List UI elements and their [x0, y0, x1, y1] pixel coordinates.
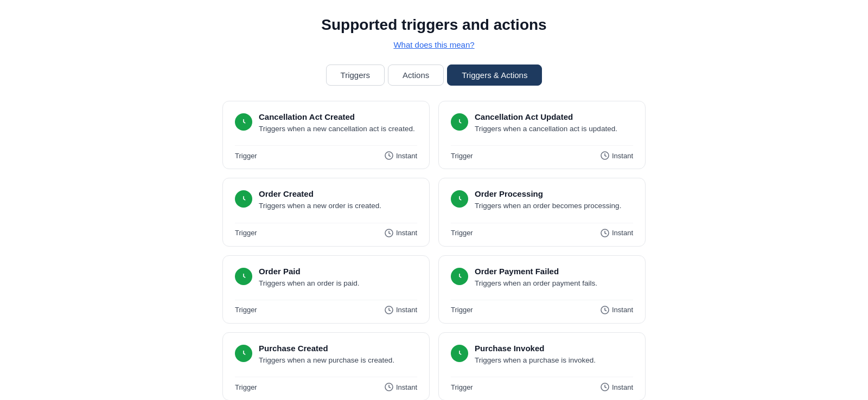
- card-desc-order-created: Triggers when a new order is created.: [259, 201, 381, 211]
- card-order-paid: Order Paid Triggers when an order is pai…: [222, 255, 430, 324]
- svg-line-15: [605, 233, 607, 234]
- card-footer-cancellation-act-updated: Trigger Instant: [451, 145, 633, 160]
- svg-line-7: [605, 156, 607, 157]
- card-desc-cancellation-act-created: Triggers when a new cancellation act is …: [259, 124, 415, 134]
- card-header: Purchase Invoked Triggers when a purchas…: [451, 344, 633, 366]
- card-footer-purchase-created: Trigger Instant: [235, 377, 417, 391]
- svg-line-23: [605, 310, 607, 311]
- svg-line-27: [389, 387, 391, 388]
- svg-line-19: [389, 310, 391, 311]
- card-desc-order-paid: Triggers when an order is paid.: [259, 278, 360, 289]
- badge-trigger-cancellation-act-updated: Trigger: [451, 152, 473, 160]
- tab-bar: Triggers Actions Triggers & Actions: [326, 64, 542, 86]
- card-cancellation-act-updated: Cancellation Act Updated Triggers when a…: [438, 101, 646, 169]
- badge-trigger-order-paid: Trigger: [235, 306, 257, 314]
- card-footer-cancellation-act-created: Trigger Instant: [235, 145, 417, 160]
- card-title-order-payment-failed: Order Payment Failed: [475, 267, 597, 276]
- card-footer-order-created: Trigger Instant: [235, 223, 417, 237]
- badge-instant-purchase-invoked: Instant: [601, 383, 633, 391]
- card-desc-purchase-invoked: Triggers when a purchase is invoked.: [475, 355, 596, 366]
- cards-grid: Cancellation Act Created Triggers when a…: [222, 101, 646, 400]
- clock-icon: [385, 383, 393, 391]
- card-icon-cancellation-act-created: [235, 113, 252, 131]
- badge-instant-cancellation-act-updated: Instant: [601, 151, 633, 160]
- card-title-purchase-created: Purchase Created: [259, 344, 394, 353]
- card-desc-order-payment-failed: Triggers when an order payment fails.: [475, 278, 597, 289]
- badge-instant-cancellation-act-created: Instant: [385, 151, 417, 160]
- badge-instant-order-created: Instant: [385, 229, 417, 237]
- card-header: Order Created Triggers when a new order …: [235, 189, 417, 211]
- card-purchase-invoked: Purchase Invoked Triggers when a purchas…: [438, 332, 646, 400]
- badge-trigger-purchase-invoked: Trigger: [451, 383, 473, 391]
- card-header: Order Payment Failed Triggers when an or…: [451, 267, 633, 289]
- card-desc-order-processing: Triggers when an order becomes processin…: [475, 201, 621, 211]
- card-header: Order Processing Triggers when an order …: [451, 189, 633, 211]
- card-icon-purchase-created: [235, 345, 252, 362]
- card-order-created: Order Created Triggers when a new order …: [222, 178, 430, 246]
- card-desc-cancellation-act-updated: Triggers when a cancellation act is upda…: [475, 124, 617, 134]
- svg-line-11: [389, 233, 391, 234]
- card-footer-order-paid: Trigger Instant: [235, 300, 417, 314]
- clock-icon: [601, 306, 609, 314]
- clock-icon: [385, 151, 393, 160]
- card-footer-order-processing: Trigger Instant: [451, 223, 633, 237]
- clock-icon: [601, 151, 609, 160]
- badge-instant-order-paid: Instant: [385, 306, 417, 314]
- page-title: Supported triggers and actions: [321, 16, 546, 34]
- svg-line-31: [605, 387, 607, 388]
- card-icon-order-created: [235, 190, 252, 208]
- badge-trigger-cancellation-act-created: Trigger: [235, 152, 257, 160]
- tab-actions[interactable]: Actions: [388, 64, 444, 86]
- badge-instant-purchase-created: Instant: [385, 383, 417, 391]
- svg-line-3: [389, 156, 391, 157]
- tab-triggers[interactable]: Triggers: [326, 64, 385, 86]
- page-container: Supported triggers and actions What does…: [222, 11, 646, 400]
- what-does-this-mean-link[interactable]: What does this mean?: [393, 40, 474, 49]
- badge-trigger-purchase-created: Trigger: [235, 383, 257, 391]
- badge-instant-order-payment-failed: Instant: [601, 306, 633, 314]
- card-icon-order-payment-failed: [451, 268, 468, 285]
- badge-trigger-order-created: Trigger: [235, 229, 257, 237]
- card-header: Order Paid Triggers when an order is pai…: [235, 267, 417, 289]
- card-icon-purchase-invoked: [451, 345, 468, 362]
- card-header: Cancellation Act Created Triggers when a…: [235, 112, 417, 134]
- card-order-payment-failed: Order Payment Failed Triggers when an or…: [438, 255, 646, 324]
- card-desc-purchase-created: Triggers when a new purchase is created.: [259, 355, 394, 366]
- badge-trigger-order-payment-failed: Trigger: [451, 306, 473, 314]
- clock-icon: [601, 383, 609, 391]
- card-title-purchase-invoked: Purchase Invoked: [475, 344, 596, 353]
- card-title-order-created: Order Created: [259, 189, 381, 198]
- badge-trigger-order-processing: Trigger: [451, 229, 473, 237]
- card-header: Purchase Created Triggers when a new pur…: [235, 344, 417, 366]
- card-icon-order-paid: [235, 268, 252, 285]
- card-cancellation-act-created: Cancellation Act Created Triggers when a…: [222, 101, 430, 169]
- card-title-order-paid: Order Paid: [259, 267, 360, 276]
- clock-icon: [385, 229, 393, 237]
- card-title-cancellation-act-created: Cancellation Act Created: [259, 112, 415, 121]
- tab-triggers-actions[interactable]: Triggers & Actions: [447, 64, 542, 86]
- clock-icon: [601, 229, 609, 237]
- card-purchase-created: Purchase Created Triggers when a new pur…: [222, 332, 430, 400]
- clock-icon: [385, 306, 393, 314]
- card-header: Cancellation Act Updated Triggers when a…: [451, 112, 633, 134]
- badge-instant-order-processing: Instant: [601, 229, 633, 237]
- card-footer-purchase-invoked: Trigger Instant: [451, 377, 633, 391]
- card-icon-cancellation-act-updated: [451, 113, 468, 131]
- card-order-processing: Order Processing Triggers when an order …: [438, 178, 646, 246]
- card-footer-order-payment-failed: Trigger Instant: [451, 300, 633, 314]
- card-icon-order-processing: [451, 190, 468, 208]
- card-title-cancellation-act-updated: Cancellation Act Updated: [475, 112, 617, 121]
- card-title-order-processing: Order Processing: [475, 189, 621, 198]
